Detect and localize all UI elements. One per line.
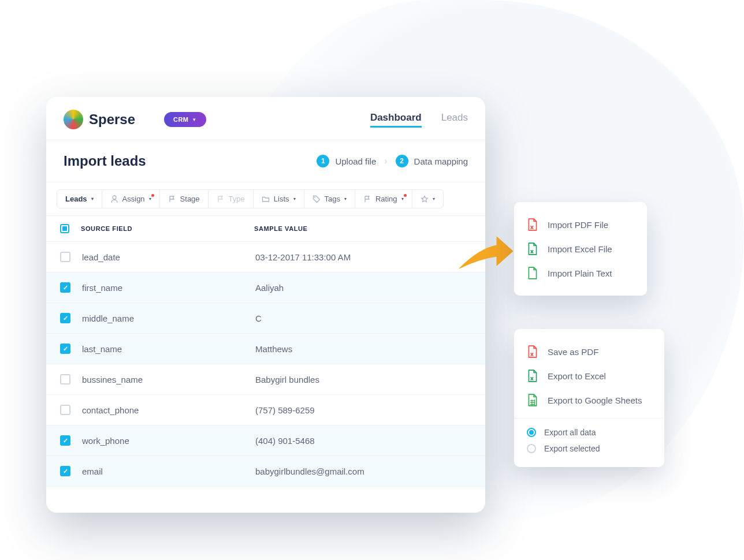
sample-value: Babygirl bundles (255, 375, 471, 384)
table-header: SOURCE FIELD SAMPLE VALUE (46, 216, 485, 242)
export-menu-item[interactable]: Save as PDF (514, 339, 664, 364)
sample-value: (757) 589-6259 (255, 405, 471, 415)
lists-label: Lists (274, 195, 289, 203)
export-menu-item[interactable]: Export to Excel (514, 364, 664, 388)
export-menu: Save as PDF Export to Excel Export to Go… (514, 329, 664, 467)
select-all-checkbox[interactable] (60, 224, 69, 233)
brand-name: Sperse (89, 111, 135, 128)
crm-label: CRM (173, 116, 188, 123)
flag-icon (217, 195, 225, 203)
import-menu-item[interactable]: Import Excel File (514, 237, 647, 261)
menu-divider (514, 418, 664, 419)
flag-icon (168, 195, 176, 203)
table-row[interactable]: ✓ email babygirlbundles@gmail.com (46, 456, 485, 487)
sample-value: babygirlbundles@gmail.com (255, 466, 471, 476)
sample-value: Aaliyah (255, 283, 471, 293)
table-row[interactable]: lead_date 03-12-2017 11:33:00 AM (46, 242, 485, 272)
import-menu-item[interactable]: Import Plain Text (514, 261, 647, 285)
plain-file-icon (527, 267, 538, 279)
source-field: work_phone (82, 436, 255, 446)
row-checkbox[interactable] (60, 252, 70, 262)
user-icon (110, 195, 118, 203)
radio-label: Export selected (544, 444, 600, 453)
stage-button[interactable]: Stage (159, 189, 209, 208)
leads-dropdown[interactable]: Leads ▾ (57, 189, 102, 208)
table-row[interactable]: bussines_name Babygirl bundles (46, 364, 485, 395)
caret-down-icon: ▾ (344, 196, 347, 201)
table-row[interactable]: contact_phone (757) 589-6259 (46, 395, 485, 425)
type-label: Type (229, 195, 245, 203)
row-checkbox[interactable]: ✓ (60, 344, 70, 354)
page-title: Import leads (64, 153, 146, 169)
caret-down-icon: ▼ (192, 117, 196, 122)
favorite-button[interactable]: ▾ (412, 189, 444, 208)
row-checkbox[interactable]: ✓ (60, 435, 70, 446)
tag-icon (313, 195, 321, 203)
column-header-source[interactable]: SOURCE FIELD (81, 225, 254, 232)
step-data-mapping[interactable]: 2 Data mapping (396, 155, 468, 167)
table-row[interactable]: ✓ last_name Matthews (46, 334, 485, 364)
menu-item-label: Export to Excel (548, 371, 606, 381)
caret-down-icon: ▾ (91, 196, 94, 201)
rating-label: Rating (375, 195, 397, 203)
row-checkbox[interactable] (60, 405, 70, 415)
table-row[interactable]: ✓ middle_name C (46, 303, 485, 334)
export-menu-item[interactable]: Export to Google Sheets (514, 388, 664, 412)
tab-leads[interactable]: Leads (441, 112, 468, 128)
arrow-icon (456, 231, 514, 277)
caret-down-icon: ▾ (433, 196, 435, 201)
radio-icon (527, 444, 536, 453)
menu-item-label: Import Excel File (548, 244, 612, 254)
tab-dashboard[interactable]: Dashboard (370, 112, 422, 128)
rating-button[interactable]: Rating ▾ (355, 189, 412, 208)
sheets-file-icon (527, 394, 538, 406)
header: Sperse CRM ▼ Dashboard Leads (46, 97, 485, 140)
assign-button[interactable]: Assign ▾ (102, 189, 160, 208)
step-number: 1 (317, 155, 329, 167)
row-checkbox[interactable]: ✓ (60, 282, 70, 293)
folder-icon (262, 195, 270, 203)
source-field: lead_date (82, 252, 255, 262)
menu-item-label: Import Plain Text (548, 268, 612, 278)
menu-item-label: Save as PDF (548, 347, 598, 357)
step-indicator: 1 Upload file › 2 Data mapping (317, 155, 468, 167)
toolbar: Leads ▾ Assign ▾ Stage Type (46, 182, 485, 216)
table-row[interactable]: ✓ work_phone (404) 901-5468 (46, 425, 485, 456)
export-radio-option[interactable]: Export all data (514, 424, 664, 440)
radio-label: Export all data (544, 428, 596, 437)
lists-button[interactable]: Lists ▾ (253, 189, 304, 208)
svg-point-0 (113, 196, 116, 199)
row-checkbox[interactable]: ✓ (60, 466, 70, 476)
menu-item-label: Export to Google Sheets (548, 395, 642, 405)
menu-item-label: Import PDF File (548, 220, 608, 230)
caret-down-icon: ▾ (149, 196, 151, 201)
svg-point-1 (314, 197, 315, 198)
crm-selector[interactable]: CRM ▼ (164, 112, 206, 127)
tags-label: Tags (325, 195, 340, 203)
column-header-sample[interactable]: SAMPLE VALUE (254, 225, 471, 232)
source-field: bussines_name (82, 375, 255, 384)
step-upload-file[interactable]: 1 Upload file (317, 155, 376, 167)
caret-down-icon: ▾ (293, 196, 296, 201)
export-radio-option[interactable]: Export selected (514, 440, 664, 457)
type-button[interactable]: Type (208, 189, 254, 208)
chevron-right-icon: › (384, 156, 387, 166)
radio-icon (527, 428, 536, 437)
pdf-file-icon (527, 218, 538, 231)
row-checkbox[interactable] (60, 374, 70, 384)
sub-header: Import leads 1 Upload file › 2 Data mapp… (46, 140, 485, 182)
row-checkbox[interactable]: ✓ (60, 313, 70, 323)
assign-label: Assign (122, 195, 145, 203)
step-label: Upload file (335, 156, 376, 166)
brand-logo[interactable]: Sperse (64, 110, 135, 129)
step-label: Data mapping (414, 156, 468, 166)
import-menu-item[interactable]: Import PDF File (514, 212, 647, 237)
stage-label: Stage (180, 195, 200, 203)
step-number: 2 (396, 155, 408, 167)
tags-button[interactable]: Tags ▾ (304, 189, 355, 208)
table-body: lead_date 03-12-2017 11:33:00 AM ✓ first… (46, 242, 485, 487)
import-menu: Import PDF File Import Excel File Import… (514, 202, 647, 296)
sample-value: Matthews (255, 344, 471, 354)
table-row[interactable]: ✓ first_name Aaliyah (46, 272, 485, 303)
brand-logo-icon (64, 110, 83, 129)
